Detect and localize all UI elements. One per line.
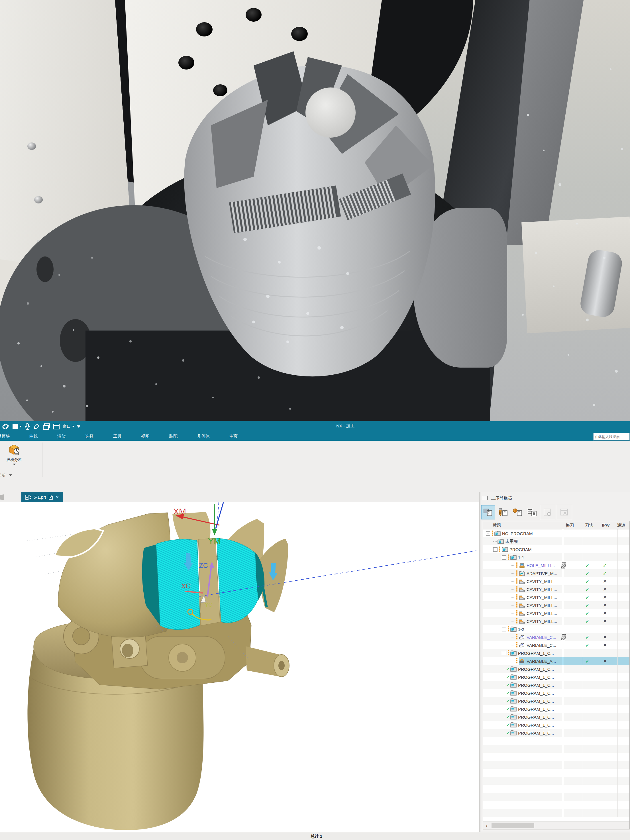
column-title[interactable]: 标题 — [483, 523, 560, 528]
table-row[interactable]: −PROGRAM — [483, 545, 629, 553]
menu-item-1[interactable]: 曲线 — [20, 434, 47, 439]
expander-minus-icon[interactable]: − — [502, 627, 506, 632]
row-label[interactable]: PROGRAM_1_C... — [518, 691, 554, 696]
menu-item-2[interactable]: 渲染 — [47, 434, 76, 439]
geometry-view-button[interactable] — [511, 505, 524, 519]
close-icon[interactable]: ✕ — [55, 495, 59, 499]
table-row[interactable]: ✓PROGRAM_1_C... — [483, 665, 629, 673]
expander-minus-icon[interactable]: − — [493, 547, 497, 552]
touch-icon[interactable] — [33, 423, 40, 430]
table-row[interactable]: ADAPTIVE_M...✓✓ — [483, 569, 629, 577]
scrollbar-thumb[interactable] — [491, 823, 534, 828]
horizontal-scrollbar[interactable]: ‹ — [483, 821, 629, 829]
table-row[interactable]: −PROGRAM_1_C... — [483, 649, 629, 657]
method-view-button[interactable] — [526, 505, 538, 519]
expander-minus-icon[interactable]: − — [486, 531, 490, 536]
table-row[interactable]: HOLE_MILLI...✓✓ — [483, 561, 629, 569]
machine-tool-view-button[interactable] — [496, 505, 510, 519]
window-icon[interactable] — [53, 423, 60, 430]
menu-item-8[interactable]: 主页 — [219, 434, 247, 439]
menu-item-5[interactable]: 视图 — [131, 434, 159, 439]
dock-icon[interactable] — [483, 496, 488, 501]
column-resize-line[interactable] — [563, 529, 563, 816]
new-window-icon[interactable] — [12, 423, 22, 430]
menu-item-4[interactable]: 工具 — [103, 434, 131, 439]
draft-analysis-button[interactable]: 拔模分析 — [1, 443, 27, 471]
row-label[interactable]: VARIABLE_A... — [527, 659, 556, 664]
row-label[interactable]: HOLE_MILLI... — [527, 563, 555, 568]
row-label[interactable]: CAVITY_MILL... — [527, 603, 557, 608]
table-row[interactable]: ✓PROGRAM_1_C... — [483, 729, 629, 737]
delete-operation-button[interactable] — [557, 505, 572, 520]
menu-item-0[interactable]: 用模块 — [0, 434, 20, 439]
row-label[interactable]: PROGRAM_1_C... — [518, 675, 554, 680]
table-row[interactable]: −1-1 — [483, 553, 629, 561]
microphone-icon[interactable] — [25, 423, 30, 430]
window-menu[interactable]: 窗口 — [63, 424, 74, 429]
menu-item-3[interactable]: 选择 — [76, 434, 103, 439]
table-row[interactable]: CAVITY_MILL...✓✕ — [483, 617, 629, 625]
table-row[interactable]: CAVITY_MILL...✓✕ — [483, 601, 629, 609]
tab-5-1-prt[interactable]: 5-1.prt ✕ — [21, 492, 63, 502]
table-row[interactable]: CAVITY_MILL...✓✕ — [483, 585, 629, 593]
row-label[interactable]: ADAPTIVE_M... — [527, 571, 557, 576]
graphics-viewport[interactable]: XM YM ZC XC YC — [0, 502, 479, 832]
table-row[interactable]: VARIABLE_A...✓✕ — [483, 657, 629, 665]
row-label[interactable]: PROGRAM_1_C... — [518, 699, 554, 704]
row-label[interactable]: PROGRAM_1_C... — [518, 723, 554, 728]
row-label[interactable]: PROGRAM — [510, 547, 532, 552]
cascade-windows-icon[interactable] — [43, 423, 50, 430]
row-label[interactable]: 1-1 — [518, 555, 524, 560]
expander-minus-icon[interactable]: − — [502, 555, 506, 560]
cell-tool-change — [557, 569, 578, 577]
table-row[interactable]: 未用项 — [483, 537, 629, 545]
row-label[interactable]: PROGRAM_1_C... — [518, 667, 554, 672]
program-order-view-button[interactable] — [481, 505, 495, 519]
menu-item-7[interactable]: 几何体 — [187, 434, 219, 439]
row-label[interactable]: 1-2 — [518, 627, 524, 632]
row-label[interactable]: CAVITY_MILL... — [527, 619, 557, 624]
row-label[interactable]: PROGRAM_1_C... — [518, 715, 554, 720]
table-row[interactable]: VARIABLE_C...✓✕ — [483, 633, 629, 641]
create-group-button[interactable] — [540, 505, 555, 520]
table-row[interactable]: ✓PROGRAM_1_C... — [483, 681, 629, 689]
table-row[interactable]: ✓PROGRAM_1_C... — [483, 705, 629, 713]
ribbon-collapse-icon[interactable] — [77, 425, 80, 428]
column-ipw[interactable]: IPW — [598, 523, 613, 527]
table-row[interactable]: ✓PROGRAM_1_C... — [483, 697, 629, 705]
row-label[interactable]: CAVITY_MILL... — [527, 587, 557, 592]
table-row[interactable]: CAVITY_MILL...✓✕ — [483, 609, 629, 617]
row-label[interactable]: CAVITY_MILL — [527, 579, 554, 584]
menu-item-6[interactable]: 装配 — [159, 434, 187, 439]
analysis-group-label[interactable]: 分析 — [0, 473, 12, 478]
row-label[interactable]: VARIABLE_C... — [527, 635, 556, 640]
row-label[interactable]: NC_PROGRAM — [502, 531, 533, 536]
expander-minus-icon[interactable]: − — [502, 651, 506, 655]
table-row[interactable]: ✓PROGRAM_1_C... — [483, 673, 629, 681]
column-toolpath[interactable]: 刀轨 — [579, 523, 598, 528]
orbit-icon[interactable] — [2, 423, 9, 430]
search-input[interactable] — [594, 435, 629, 439]
row-label[interactable]: PROGRAM_1_C... — [518, 651, 554, 656]
table-row[interactable]: −NC_PROGRAM — [483, 529, 629, 537]
table-row[interactable]: VARIABLE_C...✓✕ — [483, 641, 629, 649]
row-label[interactable]: CAVITY_MILL... — [527, 595, 557, 600]
column-tool-change[interactable]: 换刀 — [560, 523, 579, 528]
table-row[interactable]: −1-2 — [483, 625, 629, 633]
command-search[interactable] — [593, 433, 630, 441]
scroll-left-icon[interactable]: ‹ — [483, 823, 490, 828]
row-label[interactable]: VARIABLE_C... — [527, 643, 556, 648]
row-label[interactable]: PROGRAM_1_C... — [518, 731, 554, 736]
column-channel[interactable]: 通道 — [613, 523, 629, 528]
row-label[interactable]: PROGRAM_1_C... — [518, 683, 554, 688]
row-label[interactable]: CAVITY_MILL... — [527, 611, 557, 616]
table-row[interactable]: CAVITY_MILL...✓✕ — [483, 593, 629, 601]
row-label[interactable]: 未用项 — [505, 539, 518, 544]
table-row[interactable]: ✓PROGRAM_1_C... — [483, 721, 629, 729]
table-row[interactable]: ✓PROGRAM_1_C... — [483, 689, 629, 697]
navigator-table: 标题 换刀 刀轨 IPW 通道 −NC_PROGRAM未用项−PROGRAM−1… — [483, 521, 630, 829]
row-label[interactable]: PROGRAM_1_C... — [518, 707, 554, 712]
table-row[interactable]: ✓PROGRAM_1_C... — [483, 713, 629, 721]
tab-overflow-icon[interactable] — [0, 494, 4, 500]
table-row[interactable]: CAVITY_MILL✓✕ — [483, 577, 629, 585]
